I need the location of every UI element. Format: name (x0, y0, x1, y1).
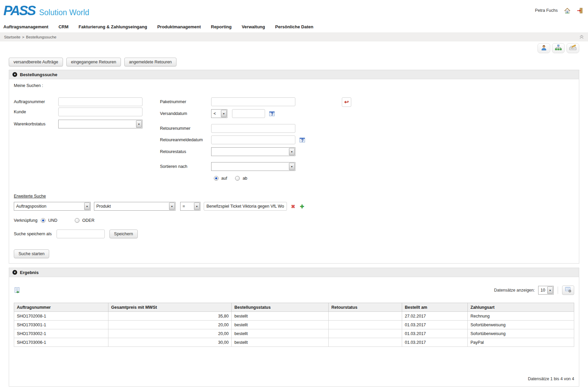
page-size-select[interactable]: 10 (538, 286, 554, 295)
cell-bestellt-am: 01.03.2017 (402, 329, 468, 338)
table-row[interactable]: SHO1703001-1 20,00 bestellt 01.03.2017 S… (14, 321, 574, 329)
criterion-value-input[interactable] (204, 202, 287, 211)
cell-auftragsnummer: SHO1703002-1 (14, 329, 108, 338)
cell-bestellungsstatus: bestellt (232, 321, 329, 329)
calendar-picker-icon[interactable]: ? (299, 137, 305, 143)
criterion-entity-select[interactable]: Auftragsposition (14, 202, 91, 211)
svg-text:?: ? (271, 112, 273, 117)
search-panel: Bestellungssuche Meine Suchen : Auftrags… (9, 70, 579, 264)
speichern-button[interactable]: Speichern (109, 230, 138, 238)
und-radio[interactable] (41, 218, 45, 223)
notes-edit-button[interactable] (566, 43, 579, 53)
auftragsnummer-input[interactable] (58, 97, 142, 106)
kunde-input[interactable] (58, 108, 142, 116)
search-form-right-column: Paketnummer Versanddatum < (160, 97, 318, 186)
nav-item-produktmanagement[interactable]: Produktmanagement (157, 24, 201, 29)
sortieren-nach-select[interactable] (211, 162, 295, 171)
suche-starten-button[interactable]: Suche starten (14, 249, 49, 258)
nav-item-reporting[interactable]: Reporting (211, 24, 231, 29)
calendar-picker-icon[interactable]: ? (269, 111, 275, 117)
sort-asc-radio[interactable] (214, 176, 219, 181)
retourenummer-input[interactable] (211, 124, 295, 133)
page-size-label: Datensätze anzeigen: (494, 288, 535, 293)
warenkorbstatus-label: Warenkorbstatus (14, 122, 58, 126)
results-panel-header[interactable]: Ergebnis (9, 268, 579, 277)
column-header-zahlungsart[interactable]: Zahlungsart (468, 303, 574, 312)
auftragsnummer-label: Auftragsnummer (14, 99, 58, 104)
table-row[interactable]: SHO1703002-1 20,00 bestellt 01.03.2017 S… (14, 329, 574, 338)
versanddatum-label: Versanddatum (160, 111, 211, 116)
oder-radio[interactable] (75, 218, 79, 223)
retourestatus-select[interactable] (211, 147, 295, 156)
logout-icon[interactable] (577, 7, 583, 13)
save-search-name-input[interactable] (57, 230, 105, 238)
criterion-operator-value: = (181, 202, 194, 210)
eingegangene-retouren-button[interactable]: eingegangene Retouren (66, 58, 121, 66)
table-settings-icon (565, 287, 571, 294)
table-row[interactable]: SHO1702008-1 35,80 bestellt 27.02.2017 R… (14, 312, 574, 321)
warenkorbstatus-select[interactable] (58, 120, 142, 128)
angemeldete-retouren-button[interactable]: angemeldete Retouren (124, 58, 176, 66)
table-row[interactable]: SHO1703006-1 30,00 bestellt 01.03.2017 P… (14, 338, 574, 347)
chevron-down-icon (84, 203, 90, 210)
export-icon[interactable] (14, 287, 21, 294)
home-icon[interactable] (564, 7, 570, 13)
paketnummer-input[interactable] (211, 97, 295, 106)
cell-gesamtpreis: 20,00 (108, 321, 232, 329)
versanddatum-input[interactable] (232, 109, 265, 118)
chevron-down-icon (547, 287, 553, 294)
retourenummer-label: Retourenummer (160, 126, 211, 131)
chevron-down-icon (289, 148, 295, 155)
nav-item-crm[interactable]: CRM (59, 24, 69, 29)
hierarchy-view-button[interactable] (552, 43, 565, 53)
column-header-auftragsnummer[interactable]: Auftragsnummer (14, 303, 108, 312)
collapse-panel-icon[interactable] (12, 270, 17, 275)
tray-pencil-icon (569, 44, 577, 52)
criterion-field-select[interactable]: Produkt (94, 202, 175, 211)
remove-criterion-button[interactable]: ✖ (290, 204, 296, 209)
cell-zahlungsart: Sofortüberweisung (468, 329, 574, 338)
versanddatum-operator-select[interactable]: < (211, 109, 227, 118)
sort-asc-label: auf (221, 176, 227, 181)
cell-zahlungsart: Sofortüberweisung (468, 321, 574, 329)
sortieren-nach-select-value (211, 162, 289, 171)
column-settings-button[interactable] (562, 285, 574, 295)
collapse-panel-icon[interactable] (12, 72, 17, 77)
reset-search-button[interactable]: ↩ (342, 97, 351, 107)
warenkorbstatus-select-value (59, 120, 136, 128)
cell-gesamtpreis: 35,80 (108, 312, 232, 321)
toolbar-divider (558, 287, 558, 294)
paketnummer-label: Paketnummer (160, 99, 211, 104)
chevron-down-icon (289, 163, 295, 170)
kunde-label: Kunde (14, 110, 58, 114)
breadcrumb-home[interactable]: Startseite (4, 35, 21, 39)
page-size-value: 10 (538, 286, 547, 294)
cell-gesamtpreis: 20,00 (108, 329, 232, 338)
column-header-gesamtpreis[interactable]: Gesamtpreis mit MWSt (108, 303, 232, 312)
nav-item-persoenliche-daten[interactable]: Persönliche Daten (275, 24, 313, 29)
criterion-operator-select[interactable]: = (180, 202, 200, 211)
logo-pass-wordmark: PASS (3, 4, 35, 17)
search-panel-header[interactable]: Bestellungssuche (9, 70, 579, 79)
nav-item-auftragsmanagement[interactable]: Auftragsmanagement (3, 24, 48, 29)
table-header-row: Auftragsnummer Gesamtpreis mit MWSt Best… (14, 303, 574, 312)
column-header-bestellungsstatus[interactable]: Bestellungsstatus (232, 303, 329, 312)
column-header-retourstatus[interactable]: Retourstatus (329, 303, 402, 312)
search-panel-title: Bestellungssuche (20, 72, 57, 77)
breadcrumb-bar: Startseite > Bestellungssuche (0, 32, 588, 41)
customer-view-button[interactable] (537, 43, 550, 53)
results-toolbar: Datensätze anzeigen: 10 (14, 285, 574, 295)
cell-zahlungsart: Rechnung (468, 312, 574, 321)
erweiterte-suche-link[interactable]: Erweiterte Suche (14, 194, 46, 199)
search-form: Auftragsnummer Kunde Warenkorbstatus (14, 97, 574, 186)
results-table: Auftragsnummer Gesamtpreis mit MWSt Best… (14, 303, 574, 347)
nav-item-fakturierung[interactable]: Fakturierung & Zahlungseingang (78, 24, 147, 29)
collapse-header-icon[interactable] (579, 35, 584, 39)
column-header-bestellt-am[interactable]: Bestellt am (402, 303, 468, 312)
versandbereite-auftraege-button[interactable]: versandbereite Aufträge (9, 58, 63, 66)
nav-item-verwaltung[interactable]: Verwaltung (242, 24, 265, 29)
sort-desc-radio[interactable] (235, 176, 240, 181)
cell-gesamtpreis: 30,00 (108, 338, 232, 347)
retoureanmeldedatum-input[interactable] (211, 136, 295, 144)
add-criterion-button[interactable]: ✚ (299, 204, 305, 209)
